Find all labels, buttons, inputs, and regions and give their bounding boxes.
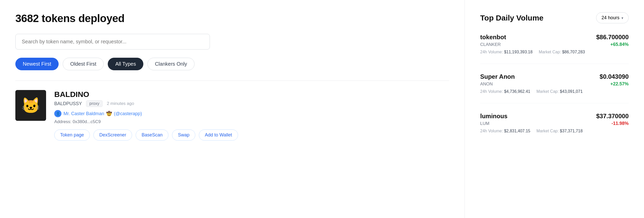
vol-symbol: ANON <box>480 82 493 87</box>
volume-item: luminous $37.370000 LUM -11.98% 24h Volu… <box>480 113 629 143</box>
cap-label: Market Cap: $43,091,071 <box>536 89 583 94</box>
cap-label-text: Market Cap: <box>539 50 561 54</box>
token-page-button[interactable]: Token page <box>54 130 90 141</box>
cap-label: Market Cap: $86,707,283 <box>539 50 585 54</box>
cap-label-text: Market Cap: <box>536 129 559 133</box>
vol-value: $4,736,962.41 <box>504 89 530 94</box>
requester-handle: (@casterapp) <box>114 111 142 116</box>
vol-value: $11,193,393.18 <box>504 50 532 54</box>
requester-emoji: 🤠 <box>106 111 112 116</box>
vol-change: +65.84% <box>610 42 629 47</box>
volume-row1: tokenbot $86.700000 <box>480 34 629 41</box>
vol-symbol: CLANKER <box>480 42 501 47</box>
swap-button[interactable]: Swap <box>172 130 195 141</box>
page-title: 3682 tokens deployed <box>15 12 449 25</box>
vol-value: $2,831,407.15 <box>504 129 530 133</box>
vol-token-name: luminous <box>480 113 508 120</box>
cap-value: $43,091,071 <box>560 89 583 94</box>
token-time: 2 minutes ago <box>107 101 134 106</box>
right-title: Top Daily Volume <box>480 14 543 22</box>
token-info: BALDINO BALDPUSSY proxy 2 minutes ago 👤 … <box>54 90 449 141</box>
vol-label-text: 24h Volume: <box>480 129 503 133</box>
token-card: 🐱 BALDINO BALDPUSSY proxy 2 minutes ago … <box>15 90 449 141</box>
section-divider <box>15 81 449 81</box>
search-input[interactable] <box>15 34 210 49</box>
vol-token-name: Super Anon <box>480 73 515 80</box>
token-address: Address: 0x380d...c5C9 <box>54 119 449 124</box>
vol-label-text: 24h Volume: <box>480 50 503 54</box>
volume-item: tokenbot $86.700000 CLANKER +65.84% 24h … <box>480 34 629 64</box>
filter-all-types[interactable]: All Types <box>108 58 143 70</box>
filter-buttons: Newest First Oldest First All Types Clan… <box>15 58 449 70</box>
vol-price: $86.700000 <box>596 34 629 41</box>
token-symbol: BALDPUSSY <box>54 101 82 106</box>
time-selector-label: 24 hours <box>602 15 619 21</box>
token-name: BALDINO <box>54 90 449 99</box>
chevron-down-icon: ▾ <box>621 16 623 20</box>
vol-stats: 24h Volume: $4,736,962.41 Market Cap: $4… <box>480 89 629 94</box>
vol-price: $37.370000 <box>596 113 629 120</box>
filter-clankers-only[interactable]: Clankers Only <box>147 58 195 70</box>
cap-label: Market Cap: $37,371,718 <box>536 129 583 133</box>
token-badge: proxy <box>86 100 103 107</box>
time-selector-button[interactable]: 24 hours ▾ <box>596 12 629 23</box>
requester-link[interactable]: Mr. Caster Baldman <box>63 111 104 116</box>
token-requester: 👤 Mr. Caster Baldman 🤠 (@casterapp) <box>54 110 449 117</box>
requester-name: Mr. Caster Baldman <box>63 111 104 116</box>
volume-row1: Super Anon $0.043090 <box>480 73 629 80</box>
vol-price: $0.043090 <box>600 73 629 80</box>
token-image: 🐱 <box>15 90 46 121</box>
left-panel: 3682 tokens deployed Newest First Oldest… <box>0 0 465 218</box>
cap-label-text: Market Cap: <box>536 89 559 94</box>
volume-row2: ANON +22.57% <box>480 81 629 87</box>
add-to-wallet-button[interactable]: Add to Wallet <box>199 130 238 141</box>
cap-value: $37,371,718 <box>560 129 583 133</box>
cap-value: $86,707,283 <box>562 50 585 54</box>
right-header: Top Daily Volume 24 hours ▾ <box>480 12 629 23</box>
filter-newest-first[interactable]: Newest First <box>15 58 59 70</box>
volume-item: Super Anon $0.043090 ANON +22.57% 24h Vo… <box>480 73 629 103</box>
vol-label: 24h Volume: $2,831,407.15 <box>480 129 530 133</box>
dexscreener-button[interactable]: DexScreener <box>93 130 132 141</box>
vol-change: +22.57% <box>610 81 629 87</box>
vol-stats: 24h Volume: $2,831,407.15 Market Cap: $3… <box>480 129 629 133</box>
vol-label: 24h Volume: $4,736,962.41 <box>480 89 530 94</box>
token-meta: BALDPUSSY proxy 2 minutes ago <box>54 100 449 107</box>
vol-token-name: tokenbot <box>480 34 506 41</box>
volume-row2: LUM -11.98% <box>480 121 629 126</box>
vol-label-text: 24h Volume: <box>480 89 503 94</box>
token-thumbnail: 🐱 <box>15 90 46 121</box>
filter-oldest-first[interactable]: Oldest First <box>63 58 104 70</box>
vol-change: -11.98% <box>611 121 629 126</box>
vol-symbol: LUM <box>480 121 489 126</box>
vol-label: 24h Volume: $11,193,393.18 <box>480 50 533 54</box>
right-panel: Top Daily Volume 24 hours ▾ tokenbot $86… <box>465 0 644 218</box>
avatar-icon: 👤 <box>56 112 60 116</box>
requester-avatar: 👤 <box>54 110 61 117</box>
volume-row2: CLANKER +65.84% <box>480 42 629 47</box>
vol-stats: 24h Volume: $11,193,393.18 Market Cap: $… <box>480 50 629 54</box>
basescan-button[interactable]: BaseScan <box>136 130 168 141</box>
action-buttons: Token page DexScreener BaseScan Swap Add… <box>54 130 449 141</box>
volume-row1: luminous $37.370000 <box>480 113 629 120</box>
